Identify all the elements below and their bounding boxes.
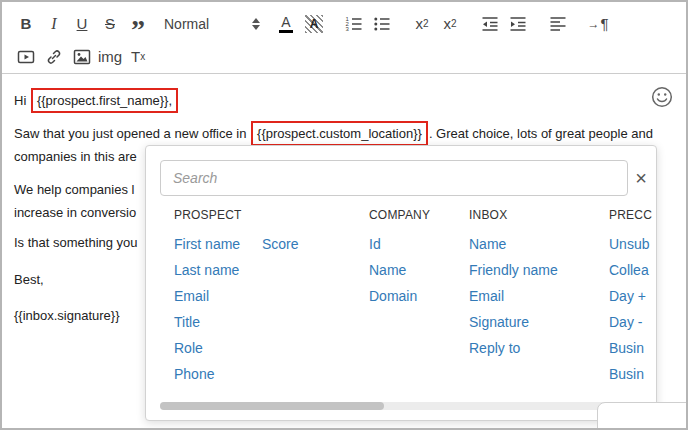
editor-line-greeting: Hi {{prospect.first_name}}, [14,88,179,113]
editor-line-body-1: Saw that you just opened a new office in… [14,121,653,146]
paragraph-format-picker[interactable]: Normal [164,11,260,37]
field-link-last-name[interactable]: Last name [174,257,262,283]
align-button[interactable] [544,11,572,37]
image-icon [73,48,91,66]
prospect-field-list-2: Score [262,231,299,387]
prospect-subcolumns: First name Last name Email Title Role Ph… [174,231,369,387]
format-group-direction: →¶ [584,11,612,37]
background-color-button[interactable]: A [300,11,328,37]
field-link-prospect-email[interactable]: Email [174,283,262,309]
format-group-script: x2 x2 [408,11,464,37]
field-link-company-id[interactable]: Id [369,231,469,257]
blockquote-button[interactable]: ” [124,11,152,37]
field-link-role[interactable]: Role [174,335,262,361]
editor-line-body-5: Is that something you [14,233,138,252]
editor-window: B I U S ” Normal A [0,0,688,430]
editor-line-body-4: increase in conversio [14,203,136,222]
clean-base: T [131,48,140,65]
field-link-inbox-email[interactable]: Email [469,283,609,309]
format-group-style: Normal [164,11,260,37]
merge-tag-custom-location[interactable]: {{prospect.custom_location}} [251,121,428,146]
format-group-lists: 1 2 3 [340,11,396,37]
image-button[interactable] [68,44,96,70]
popup-search-row: × [160,160,654,196]
format-group-media: img Tx [12,44,152,70]
floating-corner-button[interactable] [597,402,688,430]
merge-field-popup: × PROSPECT First name Last name Email Ti… [145,145,657,421]
scrollbar-thumb[interactable] [160,402,384,410]
field-link-phone[interactable]: Phone [174,361,262,387]
precc-field-list: Unsub Collea Day + Day - Busin Busin [609,231,654,387]
video-button[interactable] [12,44,40,70]
field-link-day-minus[interactable]: Day - [609,309,654,335]
text-direction-button[interactable]: →¶ [584,11,612,37]
updown-arrows-icon [252,18,260,30]
column-header-precc: PRECC [609,208,654,222]
merge-tag-first-name[interactable]: {{prospect.first_name}}, [31,88,178,113]
clean-small: x [140,51,145,62]
field-link-inbox-name[interactable]: Name [469,231,609,257]
background-color-letter: A [310,17,319,31]
link-icon [45,48,63,66]
indent-button[interactable] [504,11,532,37]
bold-button[interactable]: B [12,11,40,37]
smiley-face-icon [651,96,673,111]
body-text-a: Saw that you just opened a new office in [14,126,246,141]
close-button[interactable]: × [628,165,654,191]
field-link-day-plus[interactable]: Day + [609,283,654,309]
text-color-button[interactable]: A [272,11,300,37]
horizontal-scrollbar[interactable] [160,402,648,410]
subscript-small: 2 [423,18,429,29]
company-field-list: Id Name Domain [369,231,469,309]
svg-text:3: 3 [346,26,350,32]
editor-line-closing: Best, [14,270,44,289]
bullet-list-button[interactable] [368,11,396,37]
outdent-button[interactable] [476,11,504,37]
field-link-reply-to[interactable]: Reply to [469,335,609,361]
ordered-list-button[interactable]: 1 2 3 [340,11,368,37]
field-link-friendly-name[interactable]: Friendly name [469,257,609,283]
img-tag-button[interactable]: img [96,44,124,70]
strikethrough-button[interactable]: S [96,11,124,37]
subscript-base: x [415,15,423,32]
underline-button[interactable]: U [68,11,96,37]
bullet-list-icon [373,15,391,33]
indent-icon [509,15,527,33]
column-company: COMPANY Id Name Domain [369,208,469,387]
subscript-button[interactable]: x2 [408,11,436,37]
greeting-text: Hi [14,93,26,108]
editor-toolbar: B I U S ” Normal A [2,2,686,74]
italic-button[interactable]: I [40,11,68,37]
superscript-base: x [443,15,451,32]
merge-tag-signature: {{inbox.signature}} [14,306,120,325]
column-header-prospect: PROSPECT [174,208,369,222]
field-link-colleagues[interactable]: Collea [609,257,654,283]
field-link-title[interactable]: Title [174,309,262,335]
direction-arrow-icon: → [587,17,599,31]
align-left-icon [549,15,567,33]
field-link-signature[interactable]: Signature [469,309,609,335]
field-link-score[interactable]: Score [262,231,299,257]
clear-formatting-button[interactable]: Tx [124,44,152,70]
field-link-business-1[interactable]: Busin [609,335,654,361]
superscript-small: 2 [451,18,457,29]
prospect-field-list-1: First name Last name Email Title Role Ph… [174,231,262,387]
toolbar-row-2: img Tx [12,40,676,73]
editor-line-body-2: companies in this are [14,147,137,166]
link-button[interactable] [40,44,68,70]
column-header-inbox: INBOX [469,208,609,222]
inbox-field-list: Name Friendly name Email Signature Reply… [469,231,609,361]
format-group-basic: B I U S ” [12,11,152,37]
field-link-first-name[interactable]: First name [174,231,262,257]
format-picker-label: Normal [164,16,209,32]
field-link-unsubscribe[interactable]: Unsub [609,231,654,257]
text-color-icon: A [279,15,292,33]
outdent-icon [481,15,499,33]
field-link-business-2[interactable]: Busin [609,361,654,387]
emoji-picker-button[interactable] [650,86,674,110]
toolbar-row-1: B I U S ” Normal A [12,7,676,40]
search-input[interactable] [160,160,628,196]
field-link-company-domain[interactable]: Domain [369,283,469,309]
superscript-button[interactable]: x2 [436,11,464,37]
field-link-company-name[interactable]: Name [369,257,469,283]
